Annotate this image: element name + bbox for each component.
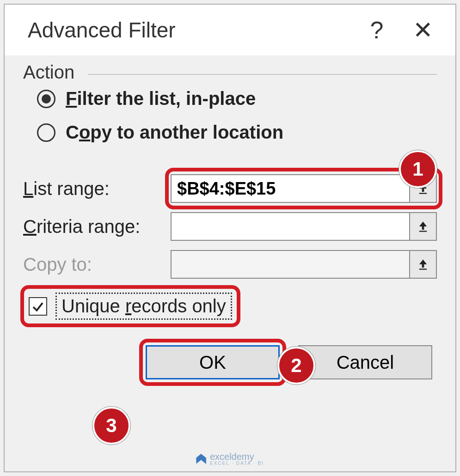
checkbox-icon: [29, 297, 47, 316]
copy-to-label: Copy to:: [23, 254, 171, 275]
svg-rect-2: [419, 269, 427, 269]
label-pre: Copy t: [23, 254, 77, 275]
radio-icon: [37, 90, 55, 108]
radio-filter-label: Filter the list, in-place: [66, 88, 256, 109]
collapse-icon: [417, 258, 429, 271]
unique-records-row[interactable]: Unique records only: [29, 293, 232, 320]
watermark: exceldemy EXCEL · DATA · BI: [196, 452, 264, 466]
accel-char: F: [66, 88, 77, 109]
list-range-input[interactable]: [171, 174, 410, 203]
checkmark-icon: [31, 299, 45, 313]
radio-filter-in-place[interactable]: Filter the list, in-place: [37, 88, 437, 109]
label-pre: C: [66, 122, 79, 142]
criteria-range-label: Criteria range:: [23, 216, 171, 237]
label-pre: Unique: [61, 296, 125, 316]
unique-records-label: Unique records only: [55, 293, 232, 320]
radio-dot-icon: [42, 94, 51, 104]
list-range-row: List range:: [23, 174, 437, 203]
dialog-title: Advanced Filter: [28, 18, 354, 43]
collapse-icon: [417, 182, 429, 195]
criteria-range-collapse-button[interactable]: [410, 212, 437, 241]
accel-char: r: [125, 296, 131, 316]
action-group: Action Filter the list, in-place Copy to…: [23, 74, 437, 143]
copy-to-collapse-button[interactable]: [410, 250, 437, 279]
collapse-icon: [417, 220, 429, 233]
list-range-label: List range:: [23, 178, 171, 199]
label-rest: ilter the list, in-place: [77, 88, 256, 109]
svg-rect-1: [419, 231, 427, 232]
criteria-range-input[interactable]: [171, 212, 410, 241]
accel-char: L: [23, 178, 33, 199]
list-range-input-wrap: [171, 174, 437, 203]
copy-to-input-wrap: [171, 250, 437, 279]
label-rest: py to another location: [90, 122, 283, 142]
callout-badge-3: 3: [92, 407, 130, 445]
titlebar: Advanced Filter ? ✕: [5, 5, 455, 55]
advanced-filter-dialog: Advanced Filter ? ✕ Action Filter the li…: [4, 4, 456, 472]
label-rest: ecords only: [131, 296, 226, 316]
label-rest: o:: [77, 254, 92, 275]
close-button[interactable]: ✕: [400, 16, 446, 44]
copy-to-row: Copy to:: [23, 250, 437, 279]
ok-button[interactable]: OK: [146, 345, 280, 379]
radio-copy-to-location[interactable]: Copy to another location: [37, 122, 437, 143]
radio-copy-label: Copy to another location: [66, 122, 283, 143]
criteria-range-row: Criteria range:: [23, 212, 437, 241]
cancel-button[interactable]: Cancel: [298, 345, 432, 379]
dialog-content: Action Filter the list, in-place Copy to…: [5, 55, 455, 379]
label-rest: ist range:: [33, 178, 110, 199]
copy-to-input: [171, 250, 410, 279]
radio-icon: [37, 123, 55, 142]
list-range-collapse-button[interactable]: [410, 174, 437, 203]
accel-char: C: [23, 216, 37, 237]
group-divider: [88, 74, 437, 75]
watermark-sub: EXCEL · DATA · BI: [210, 461, 264, 466]
watermark-logo-icon: [196, 454, 206, 464]
action-group-label: Action: [23, 62, 79, 83]
criteria-range-input-wrap: [171, 212, 437, 241]
watermark-name: exceldemy: [210, 452, 264, 461]
svg-rect-0: [419, 193, 427, 194]
label-rest: riteria range:: [37, 216, 141, 237]
button-row: OK Cancel: [23, 345, 437, 379]
help-button[interactable]: ?: [354, 16, 400, 44]
accel-char: o: [79, 122, 90, 142]
